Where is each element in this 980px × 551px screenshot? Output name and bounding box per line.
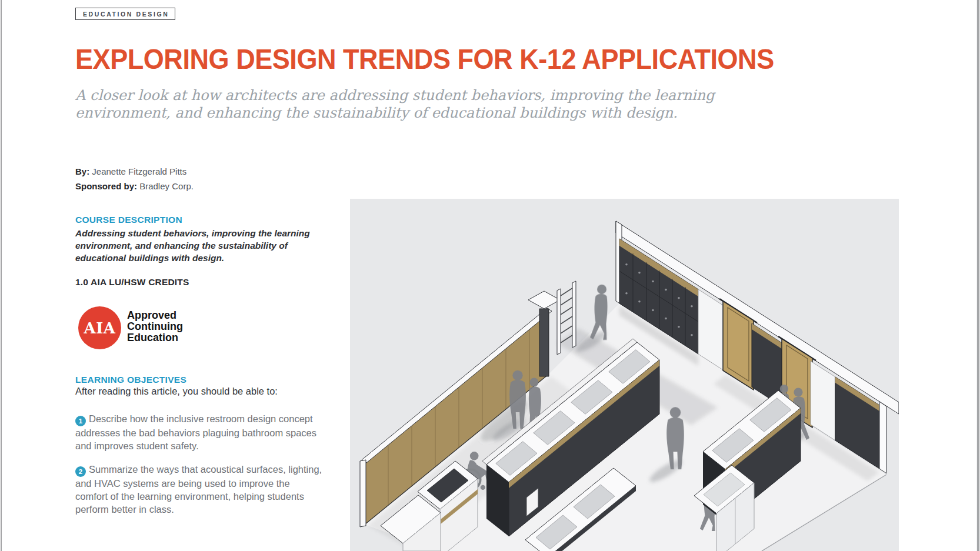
category-tag: EDUCATION DESIGN [75, 8, 175, 20]
course-description-body: Addressing student behaviors, improving … [75, 227, 312, 264]
article-page: EDUCATION DESIGN EXPLORING DESIGN TRENDS… [0, 0, 980, 551]
learning-objectives-intro: After reading this article, you should b… [75, 386, 352, 397]
scrollbar-thumb[interactable] [977, 0, 979, 551]
objective-number-badge: 2 [75, 466, 86, 477]
sponsor-value: Bradley Corp. [139, 181, 194, 191]
article-meta: By: Jeanette Fitzgerald Pitts Sponsored … [75, 164, 194, 193]
scrollbar[interactable] [976, 0, 980, 551]
aia-approved-education-logo: AIA Approved Continuing Education [78, 306, 255, 350]
credits-line: 1.0 AIA LU/HSW CREDITS [75, 277, 189, 288]
aia-label-line: Approved [127, 310, 183, 321]
aia-label-line: Education [127, 332, 183, 343]
aia-logo-circle-icon: AIA [78, 306, 121, 349]
aia-label-line: Continuing [127, 321, 183, 332]
window-left-border [1, 0, 2, 551]
restroom-rendering-illustration [350, 199, 899, 551]
sponsor-line: Sponsored by: Bradley Corp. [75, 179, 194, 193]
objective-text: Summarize the ways that acoustical surfa… [75, 464, 322, 515]
page-subtitle: A closer look at how architects are addr… [75, 86, 752, 122]
byline-label: By: [75, 166, 89, 176]
objective-number-badge: 1 [75, 416, 86, 426]
aia-approved-label: Approved Continuing Education [127, 310, 183, 343]
objective-text: Describe how the inclusive restroom desi… [75, 413, 316, 451]
byline-value: Jeanette Fitzgerald Pitts [92, 166, 186, 176]
byline: By: Jeanette Fitzgerald Pitts [75, 164, 194, 179]
objective-item: 1Describe how the inclusive restroom des… [75, 412, 322, 452]
objective-item: 2Summarize the ways that acoustical surf… [75, 463, 322, 516]
course-description-heading: COURSE DESCRIPTION [75, 215, 182, 225]
learning-objectives-heading: LEARNING OBJECTIVES [75, 375, 186, 385]
page-title: EXPLORING DESIGN TRENDS FOR K-12 APPLICA… [75, 42, 774, 75]
sponsor-label: Sponsored by: [75, 181, 137, 191]
